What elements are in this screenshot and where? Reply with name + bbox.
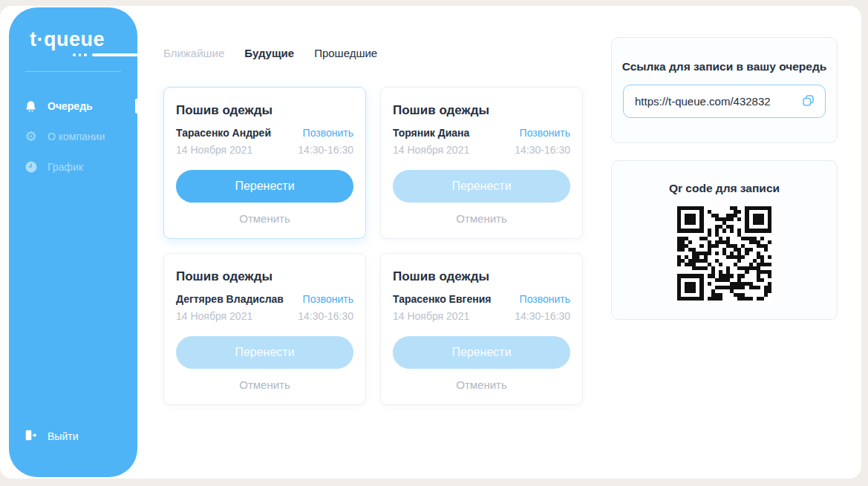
booking-link-title: Ссылка для записи в вашу очередь [612,38,837,73]
reschedule-button[interactable]: Перенести [393,336,570,369]
appointment-time: 14:30-16:30 [298,144,353,156]
appointment-date: 14 Ноября 2021 [393,310,469,322]
call-link[interactable]: Позвонить [520,127,570,139]
call-link[interactable]: Позвонить [303,293,353,305]
tab-upcoming[interactable]: Ближайшие [163,47,224,59]
appointment-time: 14:30-16:30 [298,310,353,322]
clock-icon [24,160,38,174]
appointment-card[interactable]: Пошив одежды Тарасенко Евгения Позвонить… [380,253,583,405]
appointment-card[interactable]: Пошив одежды Торяник Диана Позвонить 14 … [380,87,583,239]
cancel-link[interactable]: Отменить [393,212,570,225]
service-title: Пошив одежды [176,269,353,284]
copy-icon [800,93,816,111]
cancel-link[interactable]: Отменить [393,378,570,391]
appointment-card[interactable]: Пошив одежды Тарасенко Андрей Позвонить … [163,87,366,239]
sidebar-nav: Очередь ⚙ О компании График [9,91,137,183]
service-title: Пошив одежды [393,269,570,284]
appointment-cards-grid: Пошив одежды Тарасенко Андрей Позвонить … [163,87,583,405]
sidebar-item-queue[interactable]: Очередь [9,91,137,122]
reschedule-button[interactable]: Перенести [176,336,353,369]
logout-icon [24,428,38,444]
logo-line [92,53,139,56]
logo-dots [73,53,87,56]
logout-button[interactable]: Выйти [24,428,78,444]
booking-link-input[interactable]: https://t-queue.com/432832 [623,85,826,118]
appointment-time: 14:30-16:30 [515,310,570,322]
cancel-link[interactable]: Отменить [176,212,353,225]
copy-button[interactable] [800,93,816,111]
client-name: Торяник Диана [393,127,469,139]
sidebar-item-label: График [48,161,83,173]
service-title: Пошив одежды [176,103,353,118]
sidebar: t·queue Очередь ⚙ О [9,7,137,477]
booking-link-panel: Ссылка для записи в вашу очередь https:/… [611,37,838,143]
sidebar-item-schedule[interactable]: График [9,152,137,183]
client-name: Тарасенко Евгения [393,293,491,305]
qr-code-image [677,206,771,301]
booking-url: https://t-queue.com/432832 [635,95,771,108]
client-name: Дегтярев Владислав [176,293,284,305]
cancel-link[interactable]: Отменить [176,378,353,391]
call-link[interactable]: Позвонить [520,293,570,305]
reschedule-button[interactable]: Перенести [393,170,570,203]
sidebar-divider [25,71,121,72]
reschedule-button[interactable]: Перенести [176,170,353,203]
qr-panel: Qr code для записи [611,160,838,320]
client-name: Тарасенко Андрей [176,127,271,139]
call-link[interactable]: Позвонить [303,127,353,139]
appointments-tabs: Ближайшие Будущие Прошедшие [163,47,377,59]
logout-label: Выйти [48,430,78,442]
tab-past[interactable]: Прошедшие [314,47,377,59]
gear-icon: ⚙ [24,130,38,144]
service-title: Пошив одежды [393,103,570,118]
appointment-date: 14 Ноября 2021 [176,144,252,156]
right-column: Ссылка для записи в вашу очередь https:/… [611,37,838,320]
appointment-time: 14:30-16:30 [515,144,570,156]
logo: t·queue [9,7,137,56]
logo-underline-decoration [73,53,138,56]
appointment-card[interactable]: Пошив одежды Дегтярев Владислав Позвонит… [163,253,366,405]
queue-bell-icon [24,99,38,114]
sidebar-item-label: Очередь [48,100,93,112]
app-window: t·queue Очередь ⚙ О [0,6,861,479]
sidebar-item-company[interactable]: ⚙ О компании [9,122,137,152]
appointment-date: 14 Ноября 2021 [176,310,252,322]
qr-panel-title: Qr code для записи [612,161,837,195]
logo-text: t·queue [30,28,137,51]
tab-future[interactable]: Будущие [244,47,294,59]
active-indicator [135,99,137,114]
appointment-date: 14 Ноября 2021 [393,144,469,156]
sidebar-item-label: О компании [48,131,105,142]
